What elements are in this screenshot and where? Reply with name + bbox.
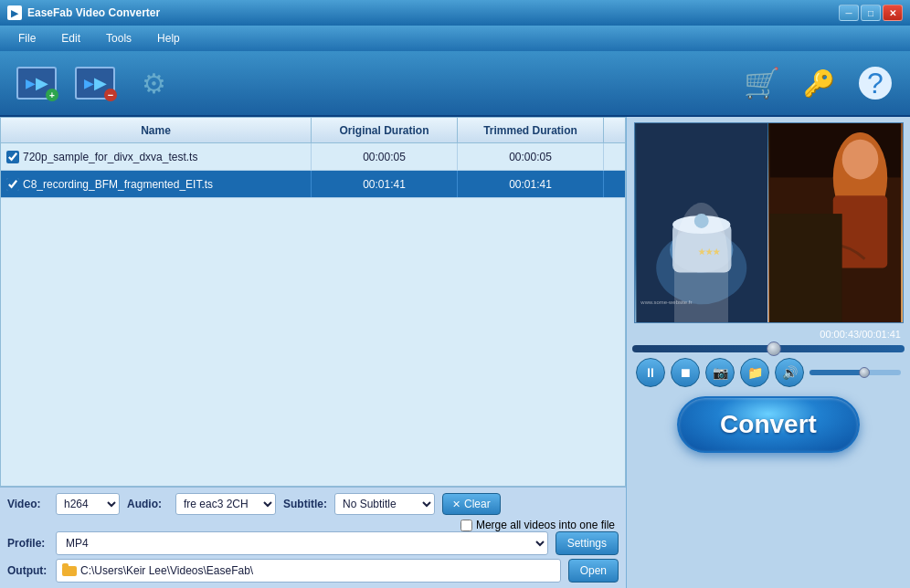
row1-trimmed: 00:00:05: [458, 143, 604, 170]
pause-icon: ⏸: [644, 365, 657, 380]
main-content: Name Original Duration Trimmed Duration …: [0, 117, 910, 588]
progress-container[interactable]: [632, 345, 905, 352]
snapshot-button[interactable]: 📷: [705, 358, 735, 387]
right-panel: ★★★ www.some-website.fr: [627, 117, 910, 588]
subtitle-select[interactable]: No Subtitle: [334, 493, 435, 515]
plus-badge: +: [46, 89, 58, 101]
video-codec-select[interactable]: h264 h265 mpeg4: [56, 493, 120, 515]
folder-icon-sm: [62, 563, 77, 579]
menu-edit[interactable]: Edit: [50, 28, 91, 48]
profile-label: Profile:: [7, 537, 48, 550]
row2-checkbox[interactable]: [6, 178, 19, 191]
file-list-body: 720p_sample_for_divx_dxva_test.ts 00:00:…: [1, 143, 625, 198]
pause-button[interactable]: ⏸: [636, 358, 665, 387]
remove-video-button[interactable]: ▶ −: [69, 58, 121, 109]
output-path-text: C:\Users\Keir Lee\Videos\EaseFab\: [80, 564, 253, 577]
svg-rect-1: [62, 563, 69, 568]
key-button[interactable]: 🔑: [795, 59, 842, 107]
window-controls: ─ □ ✕: [839, 5, 903, 21]
col-original: Original Duration: [312, 118, 458, 142]
minimize-button[interactable]: ─: [839, 5, 859, 21]
menu-bar: File Edit Tools Help: [0, 26, 910, 51]
svg-point-3: [656, 232, 746, 304]
profile-row: Profile: MP4 AVI MKV Settings: [7, 531, 619, 555]
volume-thumb: [859, 367, 870, 378]
add-video-icon: ▶ +: [16, 63, 57, 103]
remove-video-icon: ▶ −: [75, 63, 115, 103]
minus-badge: −: [104, 89, 117, 101]
merge-checkbox[interactable]: [460, 520, 472, 531]
stop-icon: ⏹: [679, 365, 692, 380]
row2-original: 00:01:41: [312, 171, 458, 197]
preview-right: [768, 123, 903, 322]
help-button[interactable]: ?: [852, 59, 899, 107]
clear-button[interactable]: ✕ Clear: [442, 493, 501, 515]
window-title: EaseFab Video Converter: [27, 6, 839, 19]
subtitle-label: Subtitle:: [283, 498, 327, 510]
convert-button[interactable]: Convert: [677, 396, 860, 453]
help-icon: ?: [859, 67, 892, 100]
svg-text:www.some-website.fr: www.some-website.fr: [640, 299, 692, 305]
menu-help[interactable]: Help: [146, 28, 191, 48]
svg-rect-15: [769, 214, 841, 322]
row1-name: 720p_sample_for_divx_dxva_test.ts: [23, 151, 197, 163]
profile-settings-button[interactable]: Settings: [556, 531, 619, 555]
video-label: Video:: [7, 498, 48, 510]
close-button[interactable]: ✕: [883, 5, 903, 21]
preview-left: ★★★ www.some-website.fr: [635, 123, 769, 322]
svg-rect-2: [636, 123, 767, 322]
output-row: Output: C:\Users\Keir Lee\Videos\EaseFab…: [7, 559, 619, 583]
speaker-icon: 🔊: [782, 365, 798, 380]
codec-row: Video: h264 h265 mpeg4 Audio: fre eac3 2…: [7, 493, 619, 515]
remove-video-icon-graphic: ▶ −: [75, 67, 115, 100]
row2-name-cell: C8_recording_BFM_fragmented_EIT.ts: [1, 171, 312, 197]
bottom-controls: Video: h264 h265 mpeg4 Audio: fre eac3 2…: [0, 487, 626, 588]
gear-icon: ⚙: [133, 63, 174, 103]
key-icon: 🔑: [803, 68, 835, 99]
add-video-icon-graphic: ▶ +: [16, 67, 57, 100]
row1-original: 00:00:05: [312, 143, 458, 170]
clear-label: Clear: [464, 498, 491, 510]
settings-button[interactable]: ⚙: [128, 58, 179, 109]
svg-point-4: [670, 227, 733, 273]
progress-thumb: [767, 341, 781, 356]
menu-file[interactable]: File: [7, 28, 47, 48]
app-icon: ▶: [7, 5, 22, 20]
shop-button[interactable]: 🛒: [738, 59, 786, 107]
clear-x-icon: ✕: [452, 499, 460, 510]
merge-label: Merge all videos into one file: [476, 519, 615, 531]
row2-trimmed: 00:01:41: [458, 171, 604, 197]
table-row[interactable]: 720p_sample_for_divx_dxva_test.ts 00:00:…: [1, 143, 625, 171]
maximize-button[interactable]: □: [861, 5, 881, 21]
open-file-button[interactable]: 📁: [740, 358, 769, 387]
output-path-display: C:\Users\Keir Lee\Videos\EaseFab\: [56, 559, 561, 583]
row1-checkbox[interactable]: [6, 151, 19, 163]
table-row[interactable]: C8_recording_BFM_fragmented_EIT.ts 00:01…: [1, 171, 625, 198]
folder-icon: 📁: [747, 365, 763, 380]
svg-point-6: [672, 215, 730, 234]
add-video-button[interactable]: ▶ +: [11, 58, 62, 109]
svg-text:★★★: ★★★: [697, 247, 720, 257]
profile-select-container: MP4 AVI MKV: [56, 531, 548, 555]
row1-name-cell: 720p_sample_for_divx_dxva_test.ts: [1, 143, 312, 170]
output-label: Output:: [7, 564, 48, 577]
profile-select[interactable]: MP4 AVI MKV: [56, 531, 548, 555]
svg-point-13: [842, 140, 879, 180]
stop-button[interactable]: ⏹: [671, 358, 700, 387]
playback-controls: ⏸ ⏹ 📷 📁 🔊: [632, 358, 905, 387]
table-header: Name Original Duration Trimmed Duration: [1, 118, 625, 143]
volume-slider[interactable]: [809, 370, 901, 375]
camera-icon: 📷: [713, 365, 728, 380]
audio-codec-select[interactable]: fre eac3 2CH aac mp3: [175, 493, 276, 515]
right-toolbar-icons: 🛒 🔑 ?: [738, 59, 899, 107]
merge-row: Merge all videos into one file: [7, 519, 619, 531]
cart-icon: 🛒: [744, 66, 780, 100]
open-folder-button[interactable]: Open: [568, 559, 619, 583]
preview-image: ★★★ www.some-website.fr: [635, 123, 903, 322]
row2-name: C8_recording_BFM_fragmented_EIT.ts: [23, 178, 213, 191]
col-trimmed: Trimmed Duration: [458, 118, 604, 142]
file-list: Name Original Duration Trimmed Duration …: [0, 117, 626, 487]
volume-button[interactable]: 🔊: [775, 358, 804, 387]
col-name: Name: [1, 118, 312, 142]
menu-tools[interactable]: Tools: [95, 28, 143, 48]
